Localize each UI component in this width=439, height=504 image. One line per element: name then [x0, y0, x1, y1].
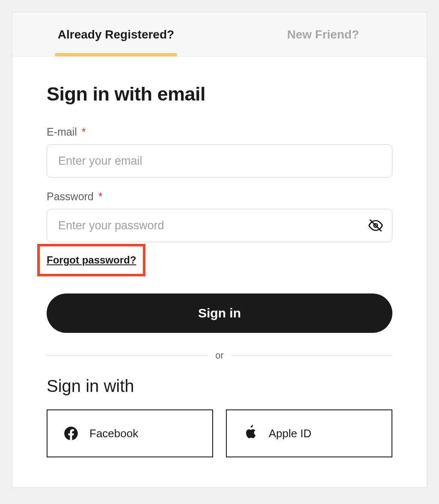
auth-tabs: Already Registered? New Friend?	[12, 12, 427, 56]
label-text: Password	[47, 190, 94, 202]
apple-icon	[242, 425, 258, 442]
signin-content: Sign in with email E-mail * Password *	[12, 56, 427, 487]
email-field-group: E-mail *	[47, 126, 392, 178]
tab-label: Already Registered?	[58, 28, 174, 41]
facebook-button[interactable]: Facebook	[47, 409, 213, 457]
tab-new-friend[interactable]: New Friend?	[220, 12, 427, 56]
password-label: Password *	[47, 190, 392, 203]
password-input[interactable]	[47, 209, 392, 242]
apple-button[interactable]: Apple ID	[226, 409, 392, 457]
forgot-password-link[interactable]: Forgot password?	[47, 254, 136, 266]
social-buttons-row: Facebook Apple ID	[47, 409, 392, 457]
signin-with-title: Sign in with	[47, 377, 392, 396]
button-label: Apple ID	[269, 427, 311, 440]
divider-line-right	[231, 356, 392, 356]
email-input[interactable]	[47, 144, 392, 178]
highlight-box: Forgot password?	[37, 244, 145, 276]
password-input-wrap	[47, 209, 392, 242]
label-text: E-mail	[47, 126, 77, 138]
divider: or	[47, 350, 392, 361]
button-label: Sign in	[198, 306, 241, 320]
email-input-wrap	[47, 144, 392, 178]
signin-card: Already Registered? New Friend? Sign in …	[12, 12, 427, 488]
signin-button[interactable]: Sign in	[47, 294, 392, 333]
email-label: E-mail *	[47, 126, 392, 138]
button-label: Facebook	[89, 427, 138, 440]
divider-text: or	[208, 350, 231, 361]
divider-line-left	[47, 356, 208, 356]
eye-off-icon[interactable]	[368, 218, 383, 233]
required-indicator: *	[82, 126, 86, 138]
tab-already-registered[interactable]: Already Registered?	[12, 12, 220, 56]
page-title: Sign in with email	[47, 83, 392, 105]
required-indicator: *	[98, 190, 103, 202]
facebook-icon	[63, 425, 79, 442]
password-field-group: Password *	[47, 190, 392, 242]
tab-label: New Friend?	[287, 28, 359, 41]
